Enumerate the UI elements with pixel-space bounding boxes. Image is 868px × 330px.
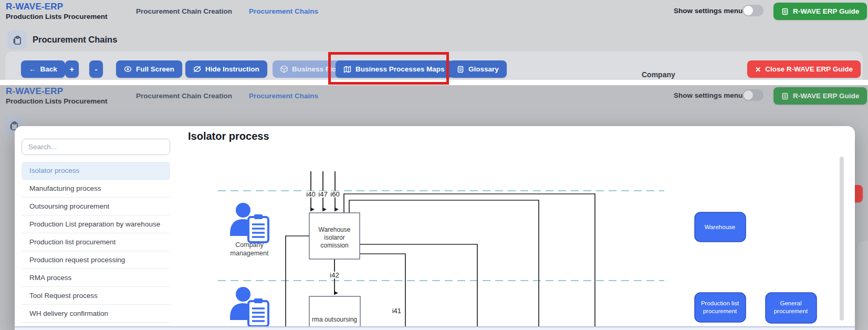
back-button[interactable]: ← Back — [21, 60, 65, 78]
nav-procurement-chains[interactable]: Procurement Chains — [249, 7, 318, 15]
app-root: R-WAVE-ERP Production Lists Procurement … — [0, 0, 868, 330]
glossary-book-icon — [457, 66, 464, 73]
full-screen-label: Full Screen — [136, 65, 174, 73]
app-subtitle: Production Lists Procurement — [6, 13, 108, 20]
hide-instruction-button[interactable]: Hide Instruction — [185, 60, 267, 78]
actor-label-line1: Company — [235, 241, 264, 249]
flow-line-1 — [344, 194, 595, 330]
top-section: R-WAVE-ERP Production Lists Procurement … — [0, 0, 868, 80]
business-processes-maps-modal: Isolator process Manufacturing process O… — [15, 126, 855, 330]
page-title: Procurement Chains — [33, 35, 117, 45]
eye-icon — [124, 66, 132, 73]
hide-instruction-label: Hide Instruction — [205, 65, 259, 73]
node-gp-line2: procurement — [774, 308, 808, 314]
map-icon — [343, 66, 351, 73]
show-settings-label: Show settings menu — [674, 7, 742, 15]
node-production-list-procurement[interactable] — [695, 293, 746, 322]
eye-off-icon — [193, 66, 201, 73]
back-button-label: Back — [40, 65, 57, 73]
full-screen-button[interactable]: Full Screen — [116, 60, 182, 78]
close-guide-button[interactable]: ✕ Close R-WAVE ERP Guide — [747, 60, 861, 78]
node-gp-line1: General — [780, 300, 802, 306]
business-processes-maps-button[interactable]: Business Processes Maps — [336, 60, 453, 78]
label-i60: i60 — [330, 190, 339, 198]
flow-line-3 — [360, 244, 477, 330]
node-plp-line1: Production list — [701, 300, 739, 306]
glossary-button[interactable]: Glossary — [449, 60, 507, 78]
zoom-out-button[interactable]: - — [89, 60, 103, 78]
erp-guide-button[interactable]: R-WAVE ERP Guide — [773, 3, 867, 20]
erp-guide-button-label: R-WAVE ERP Guide — [793, 7, 859, 15]
label-i40: i40 — [306, 190, 315, 198]
app-logo: R-WAVE-ERP — [6, 2, 63, 12]
label-i41: i41 — [392, 307, 401, 315]
glossary-label: Glossary — [468, 65, 499, 73]
person-clipboard-icon — [230, 203, 268, 242]
label-i47: i47 — [318, 190, 327, 198]
flow-line-i41 — [360, 254, 405, 330]
person-clipboard-icon-2 — [230, 287, 268, 326]
procurement-chains-icon-box — [7, 30, 27, 49]
toggle-knob — [744, 6, 753, 15]
node-rma-outsoursing-label: rma outsoursing — [312, 316, 357, 323]
node-rma-outsoursing[interactable] — [309, 296, 360, 330]
process-diagram: i40 i47 i60 i42 i41 Warehouse isolaror c… — [15, 126, 855, 330]
node-warehouse-isolator-line3: comission — [320, 242, 348, 249]
settings-toggle[interactable] — [742, 5, 764, 16]
business-processes-maps-label: Business Processes Maps — [355, 65, 445, 73]
diagram-bottom-edge — [15, 326, 855, 330]
close-guide-label: Close R-WAVE ERP Guide — [765, 65, 853, 73]
flow-line-2 — [349, 200, 539, 330]
label-i42: i42 — [330, 271, 339, 279]
nav-procurement-chain-creation[interactable]: Procurement Chain Creation — [136, 7, 232, 15]
actor-label-line2: management — [231, 250, 269, 257]
flow-line-left — [286, 236, 309, 330]
node-warehouse-isolator-line2: isolaror — [324, 234, 344, 241]
clipboard-icon — [12, 35, 23, 45]
node-warehouse-isolator-line1: Warehouse — [319, 226, 351, 233]
modal-scrollbar[interactable] — [840, 157, 844, 321]
column-header-company[interactable]: Company — [642, 70, 675, 79]
business-flow-label: Business Flow — [292, 65, 342, 73]
section-divider — [0, 80, 868, 85]
node-warehouse-label: Warehouse — [705, 224, 735, 230]
cube-icon — [280, 65, 288, 73]
node-plp-line2: procurement — [703, 308, 737, 314]
zoom-in-button[interactable]: + — [65, 60, 79, 78]
arrow-left-icon: ← — [29, 65, 36, 73]
book-icon — [781, 8, 789, 15]
close-x-icon: ✕ — [755, 65, 761, 74]
